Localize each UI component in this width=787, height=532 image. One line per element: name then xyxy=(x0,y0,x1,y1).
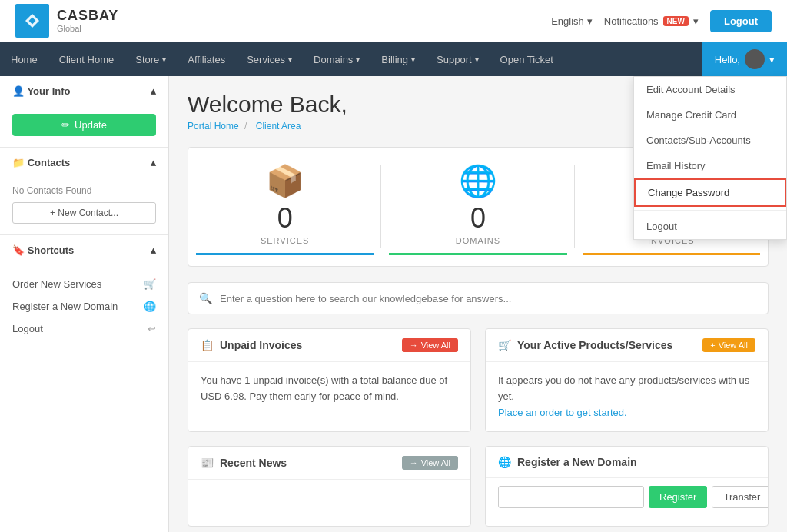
logo-area: CASBAY Global xyxy=(15,4,118,38)
search-bar: 🔍 xyxy=(188,282,769,314)
globe-icon: 🌐 xyxy=(144,301,156,312)
services-view-all-button[interactable]: + View All xyxy=(702,338,755,352)
stat-services: 📦 0 SERVICES xyxy=(188,148,381,266)
shortcuts-header[interactable]: 🔖 Shortcuts ▴ xyxy=(0,235,168,265)
sidebar-section-shortcuts: 🔖 Shortcuts ▴ Order New Services 🛒 Regis… xyxy=(0,235,168,351)
domain-title-label: Register a New Domain xyxy=(517,456,637,468)
contacts-label: Contacts xyxy=(28,157,71,168)
active-services-header: 🛒 Your Active Products/Services + View A… xyxy=(486,329,768,362)
invoices-bar xyxy=(583,253,760,255)
sidebar-section-your-info: 👤 Your Info ▴ ✏ Update xyxy=(0,76,168,148)
nav-billing[interactable]: Billing ▾ xyxy=(370,42,426,76)
breadcrumb-home[interactable]: Portal Home xyxy=(188,121,239,131)
recent-news-header: 📰 Recent News → View All xyxy=(188,447,470,480)
menu-change-password[interactable]: Change Password xyxy=(634,178,786,207)
folder-icon: 📁 Contacts xyxy=(12,157,70,168)
arrow-right-icon: → xyxy=(410,458,418,467)
active-services-title: 🛒 Your Active Products/Services xyxy=(498,339,672,351)
news-icon: 📰 xyxy=(201,457,214,469)
services-count: 0 xyxy=(196,202,374,234)
plus-icon: + xyxy=(710,341,715,350)
chevron-up-icon: ▴ xyxy=(151,85,156,97)
domains-count: 0 xyxy=(389,202,566,234)
chevron-down-icon: ▾ xyxy=(475,55,479,64)
chevron-up-icon: ▴ xyxy=(151,244,156,256)
brand-sub: Global xyxy=(57,24,118,34)
unpaid-view-all-button[interactable]: → View All xyxy=(402,338,458,352)
register-domain-title: 🌐 Register a New Domain xyxy=(498,456,637,468)
domain-input[interactable] xyxy=(498,486,644,508)
hello-menu[interactable]: Hello, ▾ xyxy=(702,42,787,76)
search-input[interactable] xyxy=(220,293,757,304)
shortcut-register-domain[interactable]: Register a New Domain 🌐 xyxy=(12,295,156,318)
new-contact-button[interactable]: + New Contact... xyxy=(12,202,156,224)
shortcut-logout[interactable]: Logout ↩ xyxy=(12,318,156,340)
chevron-down-icon: ▾ xyxy=(356,55,360,64)
shortcut-label: Logout xyxy=(12,323,43,334)
chevron-down-icon: ▾ xyxy=(587,15,593,27)
chevron-down-icon: ▾ xyxy=(288,55,292,64)
menu-logout[interactable]: Logout xyxy=(634,214,786,239)
nav-bar-right: Hello, ▾ xyxy=(702,42,787,76)
active-services-card: 🛒 Your Active Products/Services + View A… xyxy=(485,328,769,432)
your-info-header[interactable]: 👤 Your Info ▴ xyxy=(0,76,168,106)
update-label: Update xyxy=(75,119,107,131)
chevron-up-icon: ▴ xyxy=(151,157,156,168)
cards-grid: 📋 Unpaid Invoices → View All You have 1 … xyxy=(188,328,769,527)
avatar xyxy=(745,49,765,69)
menu-edit-account[interactable]: Edit Account Details xyxy=(634,77,786,102)
breadcrumb-current: Client Area xyxy=(256,121,301,131)
logout-button[interactable]: Logout xyxy=(710,10,772,32)
user-icon: 👤 Your Info xyxy=(12,85,70,97)
menu-contacts[interactable]: Contacts/Sub-Accounts xyxy=(634,128,786,153)
nav-affiliates[interactable]: Affiliates xyxy=(177,42,236,76)
services-body-text: It appears you do not have any products/… xyxy=(498,374,749,402)
unpaid-invoices-header: 📋 Unpaid Invoices → View All xyxy=(188,329,470,362)
register-domain-card: 🌐 Register a New Domain Register Transfe… xyxy=(485,446,769,527)
domains-label: DOMAINS xyxy=(389,236,566,245)
services-title-label: Your Active Products/Services xyxy=(517,339,672,351)
unpaid-invoices-card: 📋 Unpaid Invoices → View All You have 1 … xyxy=(188,328,471,432)
nav-support[interactable]: Support ▾ xyxy=(426,42,490,76)
view-all-label: View All xyxy=(421,341,450,350)
arrow-right-icon: → xyxy=(410,341,418,350)
nav-client-home[interactable]: Client Home xyxy=(48,42,125,76)
sidebar-section-contacts: 📁 Contacts ▴ No Contacts Found + New Con… xyxy=(0,148,168,235)
shortcut-order-services[interactable]: Order New Services 🛒 xyxy=(12,273,156,295)
register-button[interactable]: Register xyxy=(649,486,707,508)
your-info-content: ✏ Update xyxy=(0,106,168,147)
active-services-body: It appears you do not have any products/… xyxy=(486,362,768,431)
contacts-header[interactable]: 📁 Contacts ▴ xyxy=(0,148,168,178)
place-order-link[interactable]: Place an order to get started. xyxy=(498,407,627,418)
cart-icon: 🛒 xyxy=(144,278,156,290)
update-button[interactable]: ✏ Update xyxy=(12,114,156,136)
nav-bar: Home Client Home Store ▾ Affiliates Serv… xyxy=(0,42,787,76)
nav-domains[interactable]: Domains ▾ xyxy=(303,42,370,76)
invoice-icon: 📋 xyxy=(201,339,214,351)
menu-manage-credit[interactable]: Manage Credit Card xyxy=(634,102,786,128)
hello-label: Hello, xyxy=(715,54,740,65)
services-bar xyxy=(196,253,374,255)
transfer-button[interactable]: Transfer xyxy=(712,486,769,508)
domain-search-area: Register Transfer xyxy=(486,478,768,519)
news-title-label: Recent News xyxy=(220,457,287,469)
contacts-content: No Contacts Found + New Contact... xyxy=(0,178,168,234)
shortcuts-content: Order New Services 🛒 Register a New Doma… xyxy=(0,265,168,351)
recent-news-body xyxy=(188,480,470,526)
view-all-label: View All xyxy=(719,341,748,350)
news-view-all-button[interactable]: → View All xyxy=(402,456,458,470)
brand-name: CASBAY xyxy=(57,8,118,25)
breadcrumb-sep: / xyxy=(244,121,247,131)
logo-icon xyxy=(15,4,49,38)
shortcuts-label: Shortcuts xyxy=(28,244,75,256)
menu-email-history[interactable]: Email History xyxy=(634,153,786,178)
nav-open-ticket[interactable]: Open Ticket xyxy=(490,42,564,76)
nav-store[interactable]: Store ▾ xyxy=(125,42,177,76)
notifications-label: Notifications xyxy=(604,15,659,27)
nav-services[interactable]: Services ▾ xyxy=(236,42,303,76)
logout-icon: ↩ xyxy=(148,323,156,334)
nav-home[interactable]: Home xyxy=(0,42,48,76)
top-bar-right: English ▾ Notifications NEW ▾ Logout xyxy=(551,10,772,32)
language-selector[interactable]: English ▾ xyxy=(551,15,593,27)
notifications-button[interactable]: Notifications NEW ▾ xyxy=(604,15,699,27)
